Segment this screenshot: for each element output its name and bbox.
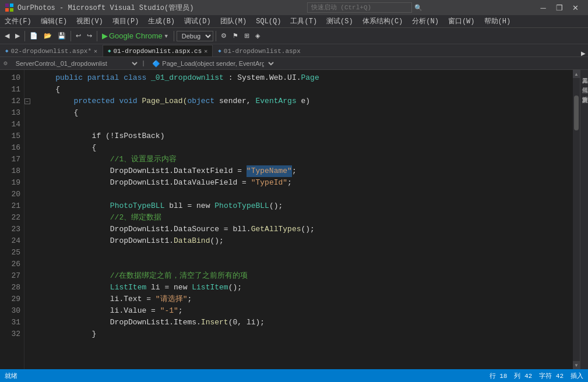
line-num-22: 22 bbox=[5, 212, 20, 224]
token-29-3: ; bbox=[187, 293, 192, 305]
scroll-thumb[interactable] bbox=[574, 96, 579, 130]
tab-02-dropdownlist-aspx[interactable]: ◆ 02-dropdownlist.aspx* ✕ bbox=[0, 45, 103, 56]
token-19-3: ; bbox=[287, 177, 292, 189]
close-button[interactable]: ✕ bbox=[568, 1, 583, 14]
scroll-down-button[interactable]: ▼ bbox=[573, 361, 580, 369]
token-12-1: protected void bbox=[37, 96, 142, 107]
run-label: Google Chrome bbox=[109, 31, 163, 40]
fold-empty-14 bbox=[24, 119, 33, 130]
sidebar-toolbox[interactable]: 工具箱 bbox=[580, 71, 589, 76]
sidebar-extra[interactable]: 解决方案 bbox=[580, 90, 589, 94]
token-16-1: { bbox=[37, 142, 96, 154]
menu-project[interactable]: 项目(P) bbox=[108, 15, 144, 27]
tab-close-01cs[interactable]: ✕ bbox=[204, 48, 207, 55]
tab-01-dropdownlist-cs[interactable]: ◆ 01-dropdownlist.aspx.cs ✕ bbox=[103, 45, 213, 56]
forward-button[interactable]: ▶ bbox=[13, 31, 22, 41]
new-file-button[interactable]: 📄 bbox=[27, 31, 40, 41]
menu-analyze[interactable]: 分析(N) bbox=[407, 15, 443, 27]
fold-empty-11 bbox=[24, 84, 33, 96]
token-19-2: "TypeId" bbox=[251, 177, 287, 189]
save-button[interactable]: 💾 bbox=[55, 31, 68, 41]
code-line-20 bbox=[37, 189, 573, 200]
toolbar-btn-misc2[interactable]: ⚑ bbox=[230, 31, 241, 41]
menu-test[interactable]: 测试(S) bbox=[322, 15, 358, 27]
title-bar: OurPhotos - Microsoft Visual Studio(管理员)… bbox=[0, 0, 588, 15]
fold-empty-16 bbox=[24, 142, 33, 154]
menu-tools[interactable]: 工具(T) bbox=[286, 15, 322, 27]
toolbar-btn-misc4[interactable]: ◈ bbox=[253, 31, 262, 41]
tab-icon: ◆ bbox=[5, 48, 8, 54]
fold-icon-12[interactable]: − bbox=[24, 98, 30, 104]
token-21-5: (); bbox=[269, 200, 283, 212]
menu-help[interactable]: 帮助(H) bbox=[480, 15, 516, 27]
token-30-1: li.Value = bbox=[37, 305, 160, 317]
open-file-button[interactable]: 📂 bbox=[41, 31, 54, 41]
token-20-1 bbox=[37, 189, 42, 200]
quick-search-bar: 🔍 bbox=[307, 2, 422, 13]
toolbar-separator-4 bbox=[174, 31, 174, 41]
title-bar-left: OurPhotos - Microsoft Visual Studio(管理员) bbox=[5, 3, 193, 13]
menu-build[interactable]: 生成(B) bbox=[143, 15, 179, 27]
token-22-1: //2、绑定数据 bbox=[37, 212, 161, 224]
status-ins: 插入 bbox=[571, 372, 583, 380]
scroll-up-button[interactable]: ▲ bbox=[573, 70, 580, 78]
restore-button[interactable]: ❐ bbox=[552, 1, 567, 14]
tab-scroll-right[interactable]: ▶ bbox=[579, 50, 588, 56]
redo-button[interactable]: ↪ bbox=[84, 31, 94, 41]
tab-close-02[interactable]: ✕ bbox=[94, 48, 97, 55]
quick-search-input[interactable] bbox=[307, 2, 412, 13]
token-12-4: sender, bbox=[214, 96, 255, 107]
status-ln: 行 18 bbox=[490, 372, 508, 380]
config-dropdown[interactable]: Debug bbox=[177, 31, 213, 41]
run-button[interactable]: ▶ Google Chrome ▼ bbox=[100, 30, 171, 41]
fold-12[interactable]: − bbox=[24, 96, 33, 107]
toolbar-btn-misc1[interactable]: ⚙ bbox=[219, 31, 229, 41]
menu-architecture[interactable]: 体系结构(C) bbox=[358, 15, 408, 27]
back-button[interactable]: ◀ bbox=[2, 31, 12, 41]
line-num-26: 26 bbox=[5, 259, 20, 270]
line-num-27: 27 bbox=[5, 270, 20, 282]
minimize-button[interactable]: ─ bbox=[536, 1, 551, 14]
run-icon: ▶ bbox=[102, 31, 108, 40]
token-31-1: DropDownList1.Items. bbox=[37, 317, 201, 328]
menu-view[interactable]: 视图(V) bbox=[72, 15, 108, 27]
token-10-1: public partial class bbox=[37, 72, 151, 84]
class-selector[interactable]: ServerControl._01_dropdownlist bbox=[11, 59, 139, 68]
status-col: 列 42 bbox=[514, 372, 532, 380]
code-area[interactable]: public partial class _01_dropdownlist : … bbox=[33, 70, 573, 369]
line-num-15: 15 bbox=[5, 130, 20, 142]
menu-window[interactable]: 窗口(W) bbox=[443, 15, 480, 27]
code-line-25 bbox=[37, 247, 573, 259]
method-selector[interactable]: 🔷 Page_Load(object sender, EventArgs e) bbox=[147, 59, 276, 68]
token-29-2: "请选择" bbox=[156, 293, 188, 305]
code-line-13: { bbox=[37, 107, 573, 119]
title-bar-controls: ─ ❐ ✕ bbox=[536, 1, 583, 14]
run-dropdown-arrow[interactable]: ▼ bbox=[164, 33, 169, 39]
fold-empty-15 bbox=[24, 130, 33, 142]
code-line-30: li.Value = "-1"; bbox=[37, 305, 573, 317]
scroll-track[interactable] bbox=[573, 78, 580, 361]
token-31-2: Insert bbox=[201, 317, 228, 328]
code-line-10: public partial class _01_dropdownlist : … bbox=[37, 72, 573, 84]
menu-file[interactable]: 文件(F) bbox=[0, 15, 36, 27]
menu-team[interactable]: 团队(M) bbox=[216, 15, 252, 27]
sidebar-properties[interactable]: 属性 bbox=[580, 80, 589, 85]
tabs-bar: ◆ 02-dropdownlist.aspx* ✕ ◆ 01-dropdownl… bbox=[0, 44, 588, 57]
vertical-scrollbar[interactable]: ▲ ▼ bbox=[573, 70, 580, 369]
editor: 10 11 12 13 14 15 16 17 18 19 20 21 22 2… bbox=[0, 70, 588, 369]
menu-sql[interactable]: SQL(Q) bbox=[251, 16, 286, 27]
menu-debug[interactable]: 调试(D) bbox=[179, 15, 216, 27]
token-27-1: //在数据绑定之前，清空了之前所有的项 bbox=[37, 270, 248, 282]
code-line-26 bbox=[37, 259, 573, 270]
line-numbers: 10 11 12 13 14 15 16 17 18 19 20 21 22 2… bbox=[0, 70, 24, 369]
token-11-1: { bbox=[37, 84, 60, 96]
token-13-1: { bbox=[37, 107, 78, 119]
fold-empty-13 bbox=[24, 107, 33, 119]
undo-button[interactable]: ↩ bbox=[73, 31, 83, 41]
line-num-14: 14 bbox=[5, 119, 20, 130]
token-23-2: GetAllTypes bbox=[251, 224, 301, 235]
search-icon: 🔍 bbox=[414, 4, 422, 12]
tab-01-dropdownlist-aspx[interactable]: ◆ 01-dropdownlist.aspx bbox=[213, 45, 305, 56]
toolbar-btn-misc3[interactable]: ⊞ bbox=[242, 31, 252, 41]
menu-edit[interactable]: 编辑(E) bbox=[36, 15, 72, 27]
